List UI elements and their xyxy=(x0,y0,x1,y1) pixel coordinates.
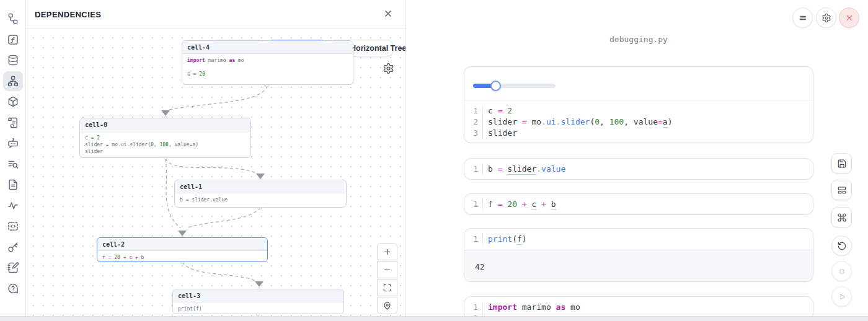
zoom-out-button[interactable] xyxy=(377,261,397,278)
documentation-icon xyxy=(7,117,19,129)
edge-cell4-cell0 xyxy=(169,86,267,110)
graph-node-code: f = 20 + c + b xyxy=(97,251,267,262)
sidebar-item-tracing[interactable] xyxy=(3,196,23,216)
code-token: slider xyxy=(488,128,517,138)
slider-track[interactable] xyxy=(473,84,556,88)
arrowhead xyxy=(255,281,264,287)
graph-code-line: import marimo as mo xyxy=(187,57,348,64)
graph-node-code: print(f) xyxy=(173,302,343,314)
shutdown-button[interactable] xyxy=(839,7,859,28)
code-editor[interactable]: 1f = 20 + c + b xyxy=(464,194,813,215)
sidebar-item-data-sources[interactable] xyxy=(3,50,23,70)
stop-kernel-button[interactable] xyxy=(831,261,852,281)
code-token: b xyxy=(488,164,498,174)
fit-view-button[interactable] xyxy=(377,279,397,296)
graph-node-cell-2[interactable]: cell-2f = 20 + c + b xyxy=(97,237,268,262)
play-icon xyxy=(837,292,847,302)
stop-icon xyxy=(837,266,847,276)
sidebar-item-snippets[interactable] xyxy=(3,216,23,236)
code-editor[interactable]: 1b = slider.value xyxy=(464,159,813,180)
notebook-cell[interactable]: 1f = 20 + c + b xyxy=(464,193,813,215)
graph-node-cell-3[interactable]: cell-3print(f) xyxy=(172,289,344,314)
dependencies-icon xyxy=(7,75,19,87)
save-button[interactable] xyxy=(831,153,852,174)
notebook-cell[interactable]: 1print(f)42 xyxy=(464,228,813,282)
code-token: mo xyxy=(235,58,244,63)
code-token: slider xyxy=(488,117,522,126)
arrowhead xyxy=(178,231,187,236)
graph-settings-button[interactable] xyxy=(382,63,394,75)
code-token: ) xyxy=(668,117,673,126)
code-token: ui xyxy=(546,117,556,126)
code-token: as xyxy=(556,302,566,312)
code-token: 2 xyxy=(97,135,100,141)
outline-icon xyxy=(7,178,19,191)
graph-code-line: f = 20 + c + b xyxy=(102,254,262,261)
command-palette-button[interactable] xyxy=(831,207,852,227)
notebook-menu-button[interactable] xyxy=(792,7,813,28)
code-token: mo xyxy=(527,117,541,126)
code-line: slider = mo.ui.slider(0, 100, value=a) xyxy=(483,117,813,128)
code-token: b = slider.value xyxy=(180,197,228,203)
view-button-label: Horizontal Tree xyxy=(350,44,405,53)
code-editor[interactable]: 1c = 22slider = mo.ui.slider(0, 100, val… xyxy=(464,100,813,143)
line-number: 1 xyxy=(464,234,483,245)
undo-button[interactable] xyxy=(831,235,852,256)
line-number: 1 xyxy=(464,105,483,117)
graph-node-cell-1[interactable]: cell-1b = slider.value xyxy=(174,180,347,208)
sidebar-item-help[interactable] xyxy=(3,279,23,299)
code-token: 0 xyxy=(595,117,600,126)
center-node-icon xyxy=(383,301,392,310)
code-token: 100 xyxy=(609,117,624,126)
code-editor[interactable]: 1print(f) xyxy=(464,229,813,250)
packages-icon xyxy=(7,95,19,108)
code-token: 100 xyxy=(159,142,168,147)
code-token: print(f) xyxy=(178,306,202,312)
sidebar-item-logs[interactable] xyxy=(3,154,23,174)
close-panel-button[interactable] xyxy=(381,8,394,21)
sidebar-item-packages[interactable] xyxy=(3,92,23,112)
menu-icon xyxy=(798,13,808,23)
code-token: + c + b xyxy=(120,255,144,260)
code-token: slider xyxy=(85,149,103,154)
sidebar-item-outline[interactable] xyxy=(3,175,23,195)
dependency-graph-canvas[interactable]: Mini MapVertical TreeHorizontal Tree cel… xyxy=(26,29,405,317)
graph-node-cell-4[interactable]: cell-4import marimo as mo a = 20 xyxy=(182,40,353,85)
slider-thumb[interactable] xyxy=(490,81,501,91)
variables-icon xyxy=(7,33,19,46)
code-token: f xyxy=(488,200,498,209)
run-cells-button[interactable] xyxy=(831,286,852,307)
code-token: c xyxy=(488,106,498,115)
sidebar-item-secrets[interactable] xyxy=(3,237,23,257)
code-token: ) xyxy=(522,234,527,244)
arrowhead xyxy=(161,110,170,116)
sidebar-item-documentation[interactable] xyxy=(3,113,23,133)
line-number: 2 xyxy=(464,117,483,128)
notebook-cell[interactable]: 1b = slider.value xyxy=(464,158,813,180)
graph-code-line: slider xyxy=(85,148,246,155)
edge-cell2-cell3 xyxy=(182,262,255,281)
sidebar-item-variables[interactable] xyxy=(3,30,23,50)
graph-code-line: b = slider.value xyxy=(180,196,341,203)
zoom-in-button[interactable] xyxy=(377,243,397,260)
code-token: import xyxy=(488,302,517,312)
sidebar-item-file-explorer[interactable] xyxy=(3,9,23,29)
sidebar-item-ai-chat[interactable] xyxy=(3,133,23,153)
graph-node-title: cell-0 xyxy=(80,118,250,131)
scratchpad-icon xyxy=(7,262,19,274)
code-token: , xyxy=(600,117,609,126)
notebook-settings-button[interactable] xyxy=(816,7,836,28)
layout-select-button[interactable] xyxy=(831,180,852,200)
code-token: , xyxy=(154,142,160,147)
notebook-filename[interactable]: debugging.py xyxy=(464,35,813,44)
status-bar xyxy=(0,316,868,321)
notebook-cell[interactable]: 1c = 22slider = mo.ui.slider(0, 100, val… xyxy=(464,66,813,143)
code-token: 2 xyxy=(507,106,512,115)
code-line: c = 2 xyxy=(483,105,813,117)
graph-node-cell-0[interactable]: cell-0c = 2slider = mo.ui.slider(0, 100,… xyxy=(79,118,251,158)
code-token: + xyxy=(522,200,527,209)
sidebar-item-scratchpad[interactable] xyxy=(3,258,23,278)
data-sources-icon xyxy=(7,54,19,66)
center-node-button[interactable] xyxy=(377,297,397,314)
sidebar-item-dependencies[interactable] xyxy=(3,71,23,91)
